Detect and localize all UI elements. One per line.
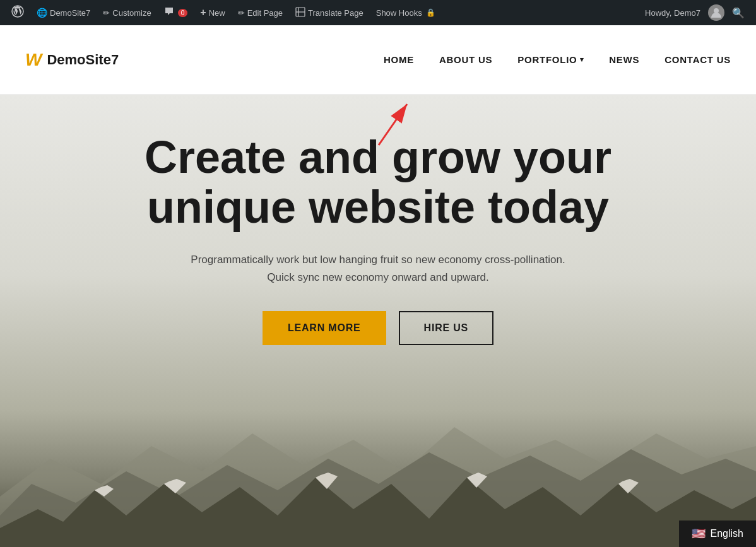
customize-label: Customize	[112, 8, 151, 18]
nav-news[interactable]: NEWS	[609, 54, 639, 65]
logo-w-letter: W	[25, 50, 42, 70]
hero-section: Create and grow your unique website toda…	[0, 95, 756, 547]
mountain-silhouette	[0, 421, 756, 547]
user-avatar[interactable]	[708, 4, 724, 21]
show-hooks-label: Show Hooks	[376, 8, 422, 18]
hero-subtitle: Programmatically work but low hanging fr…	[189, 251, 567, 285]
comments-icon	[164, 6, 174, 19]
edit-page-link[interactable]: ✏ Edit Page	[233, 0, 288, 25]
lock-icon: 🔒	[426, 8, 435, 17]
howdy-text: Howdy, Demo7	[640, 8, 706, 18]
customize-icon: ✏	[103, 8, 110, 18]
new-label: New	[209, 8, 225, 18]
hero-title: Create and grow your unique website toda…	[94, 132, 662, 232]
admin-search-icon[interactable]: 🔍	[727, 7, 750, 19]
nav-about-us[interactable]: ABOUT US	[439, 54, 492, 65]
hero-buttons: LEARN MORE HIRE US	[94, 311, 662, 345]
wp-logo-link[interactable]	[6, 0, 29, 25]
edit-page-label: Edit Page	[247, 8, 283, 18]
admin-bar-right: Howdy, Demo7 🔍	[640, 4, 750, 21]
nav-contact-us[interactable]: CONTACT US	[664, 54, 731, 65]
hire-us-button[interactable]: HIRE US	[399, 311, 494, 345]
edit-page-icon: ✏	[238, 8, 245, 18]
site-name-label: DemoSite7	[50, 8, 90, 18]
wp-logo-icon	[11, 5, 24, 21]
site-header: W DemoSite7 HOME ABOUT US PORTFOLIO ▾ NE…	[0, 25, 756, 95]
nav-home-label: HOME	[384, 54, 414, 65]
new-link[interactable]: + New	[195, 0, 230, 25]
site-name-header: DemoSite7	[47, 52, 119, 68]
comments-link[interactable]: 0	[159, 0, 193, 25]
language-bar[interactable]: 🇺🇸 English	[679, 521, 756, 547]
nav-about-us-label: ABOUT US	[439, 54, 492, 65]
show-hooks-link[interactable]: Show Hooks 🔒	[371, 0, 440, 25]
portfolio-dropdown-arrow: ▾	[580, 56, 584, 64]
translate-label: Translate Page	[308, 8, 363, 18]
svg-point-4	[714, 8, 719, 13]
learn-more-button[interactable]: LEARN MORE	[263, 311, 386, 345]
admin-bar: 🌐 DemoSite7 ✏ Customize 0 + New ✏ Edit P…	[0, 0, 756, 25]
nav-news-label: NEWS	[609, 54, 639, 65]
site-name-icon: 🌐	[37, 8, 47, 18]
site-logo[interactable]: W DemoSite7	[25, 50, 119, 70]
translate-icon	[295, 7, 305, 19]
site-nav: HOME ABOUT US PORTFOLIO ▾ NEWS CONTACT U…	[384, 54, 731, 65]
language-label: English	[711, 528, 743, 539]
site-name-link[interactable]: 🌐 DemoSite7	[32, 0, 95, 25]
comments-count: 0	[178, 9, 188, 17]
language-flag: 🇺🇸	[692, 527, 706, 541]
nav-portfolio[interactable]: PORTFOLIO ▾	[517, 54, 584, 65]
new-icon: +	[200, 7, 206, 18]
hero-content: Create and grow your unique website toda…	[94, 132, 662, 345]
translate-page-link[interactable]: Translate Page	[290, 0, 369, 25]
nav-home[interactable]: HOME	[384, 54, 414, 65]
nav-portfolio-label: PORTFOLIO	[517, 54, 577, 65]
customize-link[interactable]: ✏ Customize	[98, 0, 156, 25]
nav-contact-us-label: CONTACT US	[664, 54, 731, 65]
